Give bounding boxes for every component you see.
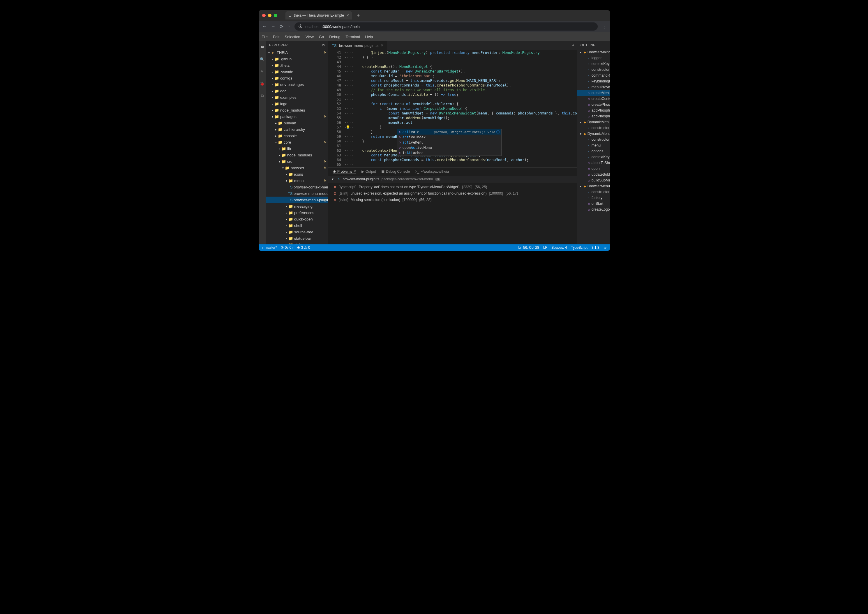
feedback-icon[interactable]: ☺ [603, 245, 607, 250]
tree-item[interactable]: ▸📁dev-packages [266, 81, 328, 88]
outline-item[interactable]: ◇open [577, 166, 610, 172]
sync-status[interactable]: ⟳ 0↓ 0↑ [281, 245, 293, 250]
outline-item[interactable]: ▫commandRegistry [577, 73, 610, 78]
reload-button[interactable]: ⟳ [280, 24, 284, 29]
forward-button[interactable]: → [271, 24, 276, 29]
code-editor[interactable]: 4142434445464748495051525354555657585960… [328, 50, 577, 167]
tree-item[interactable]: TSbrowser-context-menu-r… [266, 184, 328, 190]
output-tab[interactable]: ▶Output [361, 169, 376, 174]
tree-item[interactable]: ▸📁.vscode [266, 68, 328, 75]
outline-item[interactable]: ◇createPhosphorComma… [577, 102, 610, 107]
outline-item[interactable]: ▫keybindingRegistry [577, 78, 610, 84]
tree-item[interactable]: ▸📁lib [266, 145, 328, 152]
maximize-window[interactable] [274, 14, 277, 17]
tree-item[interactable]: ▸📁status-bar [266, 235, 328, 242]
outline-item[interactable]: ◇createContextMenu [577, 96, 610, 102]
branch-status[interactable]: ⑂ master* [262, 245, 277, 250]
language-status[interactable]: TypeScript [571, 245, 587, 250]
outline-item[interactable]: ◇addPhosphorCommand [577, 113, 610, 119]
menu-terminal[interactable]: Terminal [346, 35, 360, 39]
tree-item[interactable]: ▸📁bunyan [266, 120, 328, 126]
back-button[interactable]: ← [262, 24, 267, 29]
outline-item[interactable]: ▫contextKeyService [577, 61, 610, 67]
menu-file[interactable]: File [262, 35, 268, 39]
browser-menu-button[interactable]: ⋮ [602, 24, 606, 29]
outline-item[interactable]: ◇aboutToShow [577, 160, 610, 166]
problems-tab[interactable]: ⊗Problems✕ [333, 169, 356, 174]
cursor-position[interactable]: Ln 56, Col 28 [518, 245, 539, 250]
outline-item[interactable]: ◇onStart [577, 201, 610, 206]
problem-item[interactable]: ⊗[typescript] Property 'act' does not ex… [328, 184, 577, 190]
menu-help[interactable]: Help [365, 35, 373, 39]
tree-item[interactable]: ▸📁configs [266, 75, 328, 81]
outline-item[interactable]: ▫constructor [577, 125, 610, 131]
eol-status[interactable]: LF [543, 245, 547, 250]
tree-item[interactable]: ▸📁node_modules [266, 152, 328, 158]
autocomplete-item[interactable]: ◇openActiveMenu [397, 145, 501, 150]
new-tab-button[interactable]: + [357, 12, 360, 19]
outline-item[interactable]: ◇buildSubMenus [577, 177, 610, 183]
close-tab-icon[interactable]: ✕ [346, 13, 349, 17]
tree-item[interactable]: ▸📁source-tree [266, 229, 328, 235]
problem-item[interactable]: ⊗[tslint] Missing semicolon (semicolon) … [328, 197, 577, 203]
editor-tab[interactable]: TS browser-menu-plugin.ts ✕ [328, 41, 387, 50]
site-info-icon[interactable]: ⓘ [299, 24, 302, 29]
search-activity[interactable]: 🔍 [259, 56, 266, 63]
tree-item[interactable]: ▸📁doc [266, 88, 328, 94]
outline-item[interactable]: ▫menu [577, 143, 610, 148]
editor-scm-icon[interactable]: ⑂ [569, 43, 577, 48]
debug-activity[interactable]: 🐞 [259, 80, 266, 87]
menu-view[interactable]: View [305, 35, 314, 39]
outline-item[interactable]: ▫logger [577, 55, 610, 61]
close-window[interactable] [262, 14, 266, 17]
tree-item[interactable]: ▸📁node_modules [266, 107, 328, 113]
outline-item[interactable]: ◇createMenuBar [577, 90, 610, 96]
outline-item[interactable]: ▫contextKeyService [577, 154, 610, 160]
tree-item[interactable]: ▸📁messaging [266, 203, 328, 209]
lightbulb-icon[interactable]: 💡 [346, 125, 350, 130]
outline-item[interactable]: ▾◆BrowserMainMenuFactory [577, 49, 610, 55]
menu-go[interactable]: Go [319, 35, 324, 39]
indent-status[interactable]: Spaces: 4 [551, 245, 567, 250]
tree-root[interactable]: ▾▸ THEIA M [266, 49, 328, 56]
terminal-tab[interactable]: >_~/workspace/theia [415, 169, 449, 174]
tree-item[interactable]: ▾📁menuM [266, 177, 328, 184]
outline-item[interactable]: ◇createLogo [577, 206, 610, 212]
file-tree[interactable]: ▾▸ THEIA M ▸📁.github▸📁.theia▸📁.vscode▸📁c… [266, 49, 328, 244]
problems-list[interactable]: ⊗[typescript] Property 'act' does not ex… [328, 183, 577, 244]
outline-item[interactable]: ◇addPhosphorCommands [577, 107, 610, 113]
outline-item[interactable]: ▾◆DynamicMenuBarWidget [577, 119, 610, 125]
menu-selection[interactable]: Selection [285, 35, 300, 39]
url-field[interactable]: ⓘ localhost:3000/workspace/theia [294, 22, 598, 31]
tree-item[interactable]: ▸📁.github [266, 56, 328, 62]
outline-item[interactable]: ◇updateSubMenus [577, 172, 610, 177]
scm-activity[interactable]: ⑂ [259, 68, 266, 75]
browser-tab[interactable]: ☐ theia — Theia Browser Example ✕ [285, 11, 352, 20]
minimize-window[interactable] [268, 14, 271, 17]
outline-tree[interactable]: ▾◆BrowserMainMenuFactory▫logger▫contextK… [577, 49, 610, 244]
outline-item[interactable]: ▾◆BrowserMenuBarContrib… [577, 183, 610, 189]
debug-console-tab[interactable]: ▣Debug Console [381, 169, 410, 174]
autocomplete-item[interactable]: ◇activeIndex [397, 135, 501, 140]
tree-item[interactable]: ▸📁examples [266, 94, 328, 101]
autocomplete-popup[interactable]: (method) Widget.activate(): voidⓘ ◇activ… [397, 129, 502, 156]
tree-item[interactable]: ▾📁srcM [266, 158, 328, 164]
tree-item[interactable]: ▾📁coreM [266, 139, 328, 145]
tree-item[interactable]: ▸📁quick-open [266, 216, 328, 222]
tree-item[interactable]: TSbrowser-menu-module.ts [266, 190, 328, 197]
outline-item[interactable]: ▫options [577, 148, 610, 154]
home-button[interactable]: ⌂ [287, 24, 290, 29]
menu-debug[interactable]: Debug [329, 35, 340, 39]
window-controls[interactable] [262, 14, 277, 17]
tree-item[interactable]: ▸📁.theia [266, 62, 328, 68]
tree-item[interactable]: ▸📁logo [266, 101, 328, 107]
outline-item[interactable]: ▫constructor [577, 67, 610, 73]
autocomplete-item[interactable]: ◇activeMenu [397, 140, 501, 145]
tree-item[interactable]: ▸📁style [266, 242, 328, 244]
outline-item[interactable]: ▫factory [577, 195, 610, 201]
tree-item[interactable]: TSbrowser-menu-plugin.tsM [266, 197, 328, 203]
autocomplete-item[interactable]: ◇isAttached [397, 150, 501, 155]
menu-edit[interactable]: Edit [273, 35, 279, 39]
outline-item[interactable]: ▫menuProvider [577, 84, 610, 90]
tree-item[interactable]: ▾📁packagesM [266, 113, 328, 120]
